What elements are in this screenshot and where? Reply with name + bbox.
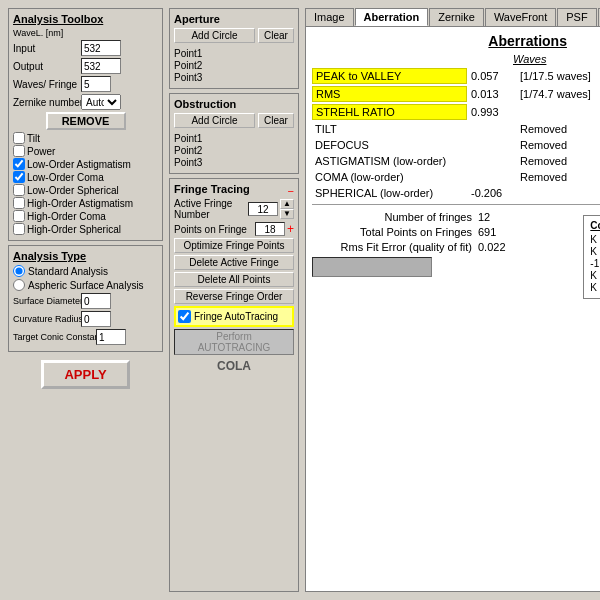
tab-wavefront[interactable]: WaveFront (485, 8, 556, 26)
aperture-add-circle-button[interactable]: Add Circle (174, 28, 255, 43)
standard-radio[interactable] (13, 265, 25, 277)
curvature-field[interactable] (81, 311, 111, 327)
low-astig-checkbox[interactable] (13, 158, 25, 170)
conic-box: Conic Constant (K) range K < -1 Hyperbol… (583, 215, 600, 299)
aber-name-0: PEAK to VALLEY (312, 68, 467, 84)
zernike-select[interactable]: Auto (81, 94, 121, 110)
active-fringe-up[interactable]: ▲ (280, 199, 294, 209)
output-field[interactable] (81, 58, 121, 74)
target-conic-field[interactable] (96, 329, 126, 345)
aperture-point1: Point1 (174, 48, 294, 59)
apply-button[interactable]: APPLY (41, 360, 129, 389)
aber-name-4: DEFOCUS (312, 138, 467, 152)
total-points-val: 691 (478, 226, 518, 238)
active-fringe-label: Active Fringe Number (174, 198, 246, 220)
aber-waves-4: Removed (520, 139, 600, 151)
optimize-btn[interactable]: Optimize Fringe Points (174, 238, 294, 253)
standard-label: Standard Analysis (28, 266, 108, 277)
aber-waves-0: [1/17.5 waves] (520, 70, 600, 82)
cola-label: COLA (174, 359, 294, 373)
obstruction-clear-button[interactable]: Clear (258, 113, 294, 128)
tab-image[interactable]: Image (305, 8, 354, 26)
high-astig-label: High-Order Astigmatism (27, 198, 133, 209)
obstruction-add-circle-button[interactable]: Add Circle (174, 113, 255, 128)
tilt-checkbox[interactable] (13, 132, 25, 144)
num-fringes-label: Number of fringes (312, 211, 472, 223)
points-fringe-label: Points on Fringe (174, 224, 253, 235)
low-coma-checkbox[interactable] (13, 171, 25, 183)
input-field[interactable] (81, 40, 121, 56)
waves-label: Waves/ Fringe (13, 79, 78, 90)
rms-fit-label: Rms Fit Error (quality of fit) (312, 241, 472, 253)
high-sph-checkbox[interactable] (13, 223, 25, 235)
fringe-plus-btn[interactable]: + (287, 222, 294, 236)
curvature-label: Curvature Radius (13, 314, 78, 324)
obs-point2: Point2 (174, 145, 294, 156)
fringe-minus-btn[interactable]: − (288, 185, 294, 197)
aperture-clear-button[interactable]: Clear (258, 28, 294, 43)
aspheric-label: Aspheric Surface Analysis (28, 280, 144, 291)
aber-name-3: TILT (312, 122, 467, 136)
aberrations-title: Aberrations (312, 33, 600, 49)
aperture-title: Aperture (174, 13, 294, 25)
aber-name-1: RMS (312, 86, 467, 102)
aber-name-7: SPHERICAL (low-order) (312, 186, 467, 200)
tab-aberration[interactable]: Aberration (355, 8, 429, 26)
delete-active-btn[interactable]: Delete Active Fringe (174, 255, 294, 270)
aber-name-6: COMA (low-order) (312, 170, 467, 184)
analysis-type-title: Analysis Type (13, 250, 158, 262)
tabs-bar: ImageAberrationZernikeWaveFrontPSFMTFSyn… (305, 8, 600, 26)
high-coma-checkbox[interactable] (13, 210, 25, 222)
surface-diam-label: Surface Diameter (13, 296, 78, 306)
remove-button[interactable]: REMOVE (46, 112, 126, 130)
autotrace-checkbox[interactable] (178, 310, 191, 323)
conic-row-3: K = 0 Sphere (590, 270, 600, 281)
tab-content: Aberrations Waves NanoMeters PEAK to VAL… (305, 26, 600, 592)
aber-row-6: COMA (low-order)Removed (312, 170, 600, 184)
low-sph-checkbox[interactable] (13, 184, 25, 196)
active-fringe-input[interactable] (248, 202, 278, 216)
fringe-title: Fringe Tracing (174, 183, 250, 195)
aspheric-radio[interactable] (13, 279, 25, 291)
conic-title: Conic Constant (K) range (590, 220, 600, 231)
zernike-label: Zernike number (13, 97, 78, 108)
aber-val-0: 0.057 (471, 70, 516, 82)
power-label: Power (27, 146, 55, 157)
target-conic-label: Target Conic Constant [K] (13, 332, 93, 342)
waves-field[interactable] (81, 76, 111, 92)
aber-row-2: STREHL RATIO0.993 (312, 104, 600, 120)
delete-all-btn[interactable]: Delete All Points (174, 272, 294, 287)
aber-row-4: DEFOCUSRemoved (312, 138, 600, 152)
aber-val-7: -0.206 (471, 187, 516, 199)
tab-zernike[interactable]: Zernike (429, 8, 484, 26)
power-checkbox[interactable] (13, 145, 25, 157)
aber-row-3: TILTRemoved (312, 122, 600, 136)
active-fringe-down[interactable]: ▼ (280, 209, 294, 219)
high-sph-label: High-Order Spherical (27, 224, 121, 235)
high-astig-checkbox[interactable] (13, 197, 25, 209)
aber-row-5: ASTIGMATISM (low-order)Removed (312, 154, 600, 168)
gray-placeholder (312, 257, 432, 277)
aber-waves-6: Removed (520, 171, 600, 183)
wave-label: WaveL. [nm] (13, 28, 78, 38)
rms-fit-val: 0.022 (478, 241, 518, 253)
aperture-point3: Point3 (174, 72, 294, 83)
tab-psf[interactable]: PSF (557, 8, 596, 26)
num-fringes-val: 12 (478, 211, 518, 223)
tilt-label: Tilt (27, 133, 40, 144)
reverse-btn[interactable]: Reverse Fringe Order (174, 289, 294, 304)
obs-point1: Point1 (174, 133, 294, 144)
aber-name-5: ASTIGMATISM (low-order) (312, 154, 467, 168)
perform-autotrace-btn[interactable]: Perform AUTOTRACING (174, 329, 294, 355)
points-fringe-input[interactable] (255, 222, 285, 236)
aber-val-2: 0.993 (471, 106, 516, 118)
toolbox-title: Analysis Toolbox (13, 13, 158, 25)
aber-name-2: STREHL RATIO (312, 104, 467, 120)
input-label: Input (13, 43, 78, 54)
surface-diam-field[interactable] (81, 293, 111, 309)
obs-point3: Point3 (174, 157, 294, 168)
autotrace-container: Fringe AutoTracing (174, 306, 294, 327)
aber-row-1: RMS0.013[1/74.7 waves]7.1 nm. (312, 86, 600, 102)
aber-val-1: 0.013 (471, 88, 516, 100)
aber-waves-3: Removed (520, 123, 600, 135)
